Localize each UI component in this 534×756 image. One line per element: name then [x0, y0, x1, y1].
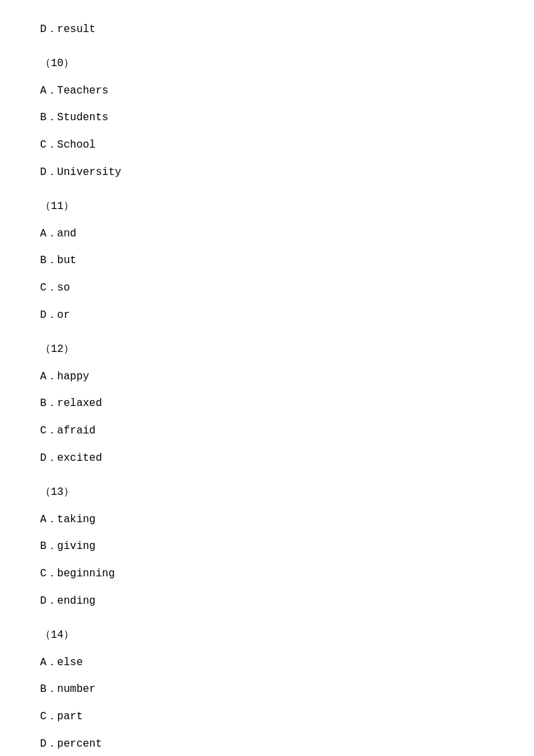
- option-line: D．result: [40, 20, 494, 39]
- option-line: A．happy: [40, 367, 494, 387]
- option-line: A．Teachers: [40, 81, 494, 101]
- option-line: B．number: [40, 680, 494, 699]
- option-line: C．part: [40, 707, 494, 727]
- blank-line: [40, 615, 494, 619]
- blank-line: [40, 472, 494, 476]
- option-line: C．so: [40, 278, 494, 298]
- option-line: B．relaxed: [40, 394, 494, 413]
- blank-line: [40, 43, 494, 47]
- page-content: D．result（10）A．TeachersB．StudentsC．School…: [0, 0, 534, 756]
- blank-line: [40, 186, 494, 190]
- lines-container: D．result（10）A．TeachersB．StudentsC．School…: [40, 20, 494, 756]
- option-line: A．and: [40, 224, 494, 244]
- option-line: D．ending: [40, 592, 494, 611]
- question-number: （12）: [40, 340, 494, 359]
- option-line: A．else: [40, 653, 494, 673]
- option-line: C．School: [40, 136, 494, 155]
- option-line: C．beginning: [40, 564, 494, 584]
- option-line: D．excited: [40, 449, 494, 468]
- blank-line: [40, 329, 494, 333]
- option-line: B．giving: [40, 537, 494, 556]
- question-number: （11）: [40, 197, 494, 216]
- option-line: A．taking: [40, 510, 494, 530]
- option-line: C．afraid: [40, 421, 494, 441]
- option-line: D．University: [40, 163, 494, 182]
- question-number: （14）: [40, 626, 494, 645]
- option-line: D．or: [40, 306, 494, 325]
- option-line: B．but: [40, 251, 494, 270]
- option-line: B．Students: [40, 108, 494, 128]
- question-number: （10）: [40, 54, 494, 73]
- option-line: D．percent: [40, 735, 494, 754]
- question-number: （13）: [40, 483, 494, 502]
